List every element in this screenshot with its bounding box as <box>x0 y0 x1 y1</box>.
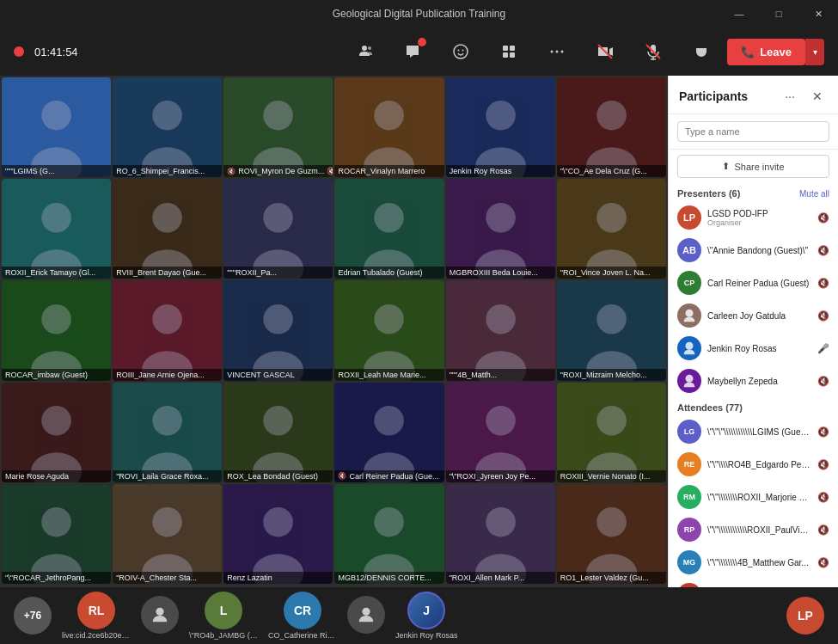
video-tile[interactable]: Edrian Tubalado (Guest) <box>334 179 443 279</box>
bottom-user-person[interactable] <box>141 596 179 635</box>
video-tile[interactable]: Renz Lazatin <box>223 484 333 584</box>
share-icon: ⬆ <box>722 161 730 172</box>
video-tile[interactable]: ROXIII_Vernie Nonato (I... <box>557 383 666 482</box>
svg-point-57 <box>375 406 405 436</box>
participants-button[interactable] <box>349 36 380 67</box>
share-invite-button[interactable]: ⬆ Share invite <box>677 155 829 178</box>
video-tile[interactable]: """4B_Matth... <box>446 280 555 380</box>
svg-point-1 <box>458 50 460 52</box>
attendee-matthew[interactable]: MG \"\"\\\\\\\\4B_Matthew Gar... 🔇 <box>669 546 838 579</box>
maximize-button[interactable]: □ <box>759 0 798 28</box>
apps-button[interactable] <box>493 36 524 67</box>
video-tile[interactable]: "ROI_Vince Joven L. Na... <box>557 179 666 279</box>
reactions-button[interactable] <box>445 36 476 67</box>
avatar: RE <box>677 452 701 476</box>
video-tile[interactable]: ROCAR_Vinalyn Marrero <box>334 77 443 177</box>
leave-button[interactable]: 📞 Leave <box>727 39 805 65</box>
participants-panel: Participants ··· ✕ ⬆ Share invite Presen… <box>668 76 838 587</box>
participant-name: \"\"\\\\\\\\\\\\ROXII_PaulVince... <box>707 525 811 535</box>
presenter-carl[interactable]: CP Carl Reiner Padua (Guest) 🔇 <box>669 267 838 299</box>
minimize-button[interactable]: — <box>719 0 759 28</box>
user-name-cr: CO_Catherine Rivas (G... <box>268 631 337 640</box>
video-tile[interactable]: ROIII_Jane Arnie Ojena... <box>113 280 222 380</box>
bottom-user-jenkin[interactable]: J Jenkin Roy Rosas <box>395 592 458 640</box>
attendee-paulvince[interactable]: RP \"\"\\\\\\\\\\\\ROXII_PaulVince... 🔇 <box>669 513 838 546</box>
svg-point-63 <box>41 507 71 537</box>
video-tile-name: "ROI_Vince Joven L. Na... <box>557 267 666 279</box>
video-tile-name: "ROVI_Laila Grace Roxa... <box>113 470 222 482</box>
presenter-lgsd[interactable]: LP LGSD POD-IFP Organiser 🔇 <box>669 201 838 234</box>
video-tile[interactable]: ROCAR_imbaw (Guest) <box>2 280 111 380</box>
recording-indicator <box>14 46 24 57</box>
video-tile[interactable]: 🔇ROVI_Myron De Guzm... 🔇 <box>223 77 333 177</box>
raise-hand-button[interactable] <box>686 36 717 67</box>
bottom-user-cr[interactable]: CR CO_Catherine Rivas (G... <box>268 592 337 640</box>
video-grid-container: """LGIMS (G... RO_6_Shimpei_Francis... 🔇… <box>0 76 668 587</box>
video-tile[interactable]: 🔇Carl Reiner Padua (Gue... <box>334 383 443 482</box>
svg-point-86 <box>686 342 694 350</box>
panel-more-button[interactable]: ··· <box>780 86 800 107</box>
mic-off-button[interactable] <box>638 36 669 67</box>
participant-name: \"\"\\\\\\\\ROXII_Marjorie Rebuyo... <box>707 493 811 502</box>
video-tile-name: "ROIV-A_Chester Sta... <box>113 572 222 584</box>
video-tile[interactable]: VINCENT GASCAL <box>223 280 333 380</box>
video-tile-name: RVIII_Brent Dayao (Gue... <box>113 267 222 279</box>
leave-chevron-button[interactable]: ▾ <box>805 39 824 65</box>
video-tile[interactable]: MGB12/DENNIS CORTE... <box>334 484 443 584</box>
participant-search-input[interactable] <box>677 121 829 142</box>
camera-off-button[interactable] <box>590 36 621 67</box>
mute-all-button[interactable]: Mute all <box>799 189 829 199</box>
video-tile[interactable]: "ROXI_Mizraim Melcho... <box>557 280 666 380</box>
video-tile[interactable]: """ROXII_Pa... <box>223 179 333 279</box>
avatar <box>677 369 701 393</box>
video-tile[interactable]: "ROXI_Allen Mark P... <box>446 484 555 584</box>
presenter-annie[interactable]: AB \"Annie Bandong (Guest)\" 🔇 <box>669 234 838 267</box>
bottom-user-l[interactable]: L \"RO4b_JAMBG (Gue... <box>189 592 258 640</box>
panel-close-button[interactable]: ✕ <box>807 86 828 107</box>
chat-button[interactable] <box>397 36 428 67</box>
video-tile[interactable]: """LGIMS (G... <box>2 77 111 177</box>
presenter-jenkin[interactable]: Jenkin Roy Rosas 🎤 <box>669 332 838 365</box>
participant-name: \"\"\\\\RO4B_Edgardo Pena Jr (... <box>707 460 811 469</box>
video-tile[interactable]: "\"ROXI_Jyreen Joy Pe... <box>446 383 555 482</box>
video-tile-name: ROXII_Erick Tamayo (Gl... <box>2 267 111 279</box>
video-tile[interactable]: "ROVI_Laila Grace Roxa... <box>113 383 222 482</box>
attendee-marjorie[interactable]: RM \"\"\\\\\\\\ROXII_Marjorie Rebuyo... … <box>669 481 838 513</box>
svg-point-59 <box>486 406 516 436</box>
more-count: +76 <box>24 610 41 622</box>
video-tile[interactable]: ROX_Lea Bondad (Guest) <box>223 383 333 482</box>
svg-rect-3 <box>503 46 508 51</box>
video-tile[interactable]: ROXII_Erick Tamayo (Gl... <box>2 179 111 279</box>
participant-name: LGSD POD-IFP <box>707 209 811 218</box>
more-users-button[interactable]: +76 <box>14 597 52 635</box>
presenters-section-header: Presenters (6) Mute all <box>669 183 838 201</box>
bottom-bar: +76 RL live:cid.2ce6b20edd7... L \"RO4b_… <box>0 587 838 644</box>
bottom-user-rl[interactable]: RL live:cid.2ce6b20edd7... <box>62 592 131 640</box>
video-tile-name: "ROXI_Allen Mark P... <box>446 572 555 584</box>
video-tile[interactable]: RVIII_Brent Dayao (Gue... <box>113 179 222 279</box>
video-tile[interactable]: Marie Rose Aguda <box>2 383 111 482</box>
user-name-rl: live:cid.2ce6b20edd7... <box>62 631 131 640</box>
avatar-l: L <box>205 592 242 629</box>
video-tile[interactable]: Jenkin Roy Rosas <box>446 77 555 177</box>
presenter-maybellyn[interactable]: Maybellyn Zepeda 🔇 <box>669 365 838 397</box>
video-tile[interactable]: RO1_Lester Valdez (Gu... <box>557 484 666 584</box>
bottom-user-person2[interactable] <box>347 596 385 635</box>
bottom-user-lp[interactable]: LP <box>786 597 824 635</box>
video-tile[interactable]: "ROIV-A_Chester Sta... <box>113 484 222 584</box>
video-tile[interactable]: "\"ROCAR_JethroPang... <box>2 484 111 584</box>
close-button[interactable]: ✕ <box>798 0 838 28</box>
panel-controls: ··· ✕ <box>780 86 828 107</box>
attendee-lgims[interactable]: LG \"\"\"\\\\\\\\\\\\LGIMS (Guest)\\... … <box>669 415 838 448</box>
attendee-ae[interactable]: CA \"\\\"CO_Ae Dela Cruz (Guest)\" 🔇 <box>669 579 838 587</box>
attendee-edgardo[interactable]: RE \"\"\\\\RO4B_Edgardo Pena Jr (... 🔇 <box>669 448 838 481</box>
more-button[interactable] <box>541 36 572 67</box>
video-tile[interactable]: MGBROXIII Beda Louie... <box>446 179 555 279</box>
video-tile[interactable]: "\"CO_Ae Dela Cruz (G... <box>557 77 666 177</box>
video-tile[interactable]: RO_6_Shimpei_Francis... <box>113 77 222 177</box>
svg-point-41 <box>152 304 182 334</box>
video-grid: """LGIMS (G... RO_6_Shimpei_Francis... 🔇… <box>0 76 668 587</box>
mic-status-active: 🎤 <box>817 343 829 354</box>
presenter-carleen[interactable]: Carleen Joy Gatdula 🔇 <box>669 299 838 332</box>
video-tile[interactable]: ROXII_Leah Mae Marie... <box>334 280 443 380</box>
